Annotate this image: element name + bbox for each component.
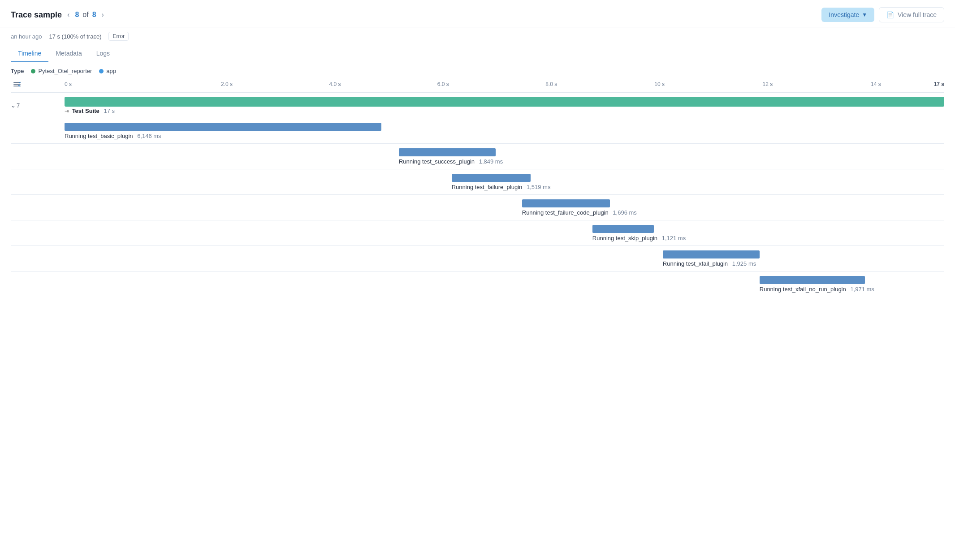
success-chart: Running test_success_plugin 1,849 ms [65,144,944,169]
failure-duration: 1,519 ms [527,184,550,190]
xfail-chart: Running test_xfail_plugin 1,925 ms [65,246,944,271]
suite-bar [65,97,944,107]
tabs: Timeline Metadata Logs [0,45,955,62]
tick-8s: 8.0 s [497,81,605,87]
pytest-dot [31,69,35,73]
skip-test-name: Running test_skip_plugin [592,235,657,241]
table-row: Running test_basic_plugin 6,146 ms [11,118,944,143]
doc-icon: 📄 [886,11,894,18]
table-row: Running test_failure_plugin 1,519 ms [11,169,944,194]
row-left-failure-code [11,206,65,209]
xfail-label: Running test_xfail_plugin 1,925 ms [65,260,944,267]
view-full-trace-label: View full trace [898,11,937,18]
tick-2s: 2.0 s [173,81,281,87]
route-icon: ⇥ [65,108,69,114]
legend-item-pytest: Pytest_Otel_reporter [31,68,92,74]
skip-label: Running test_skip_plugin 1,121 ms [65,235,944,241]
basic-duration: 6,146 ms [137,133,161,139]
tick-10s: 10 s [605,81,713,87]
row-left-xfail-no-run [11,282,65,286]
header-right: Investigate ▼ 📄 View full trace [821,7,944,22]
collapse-all-button[interactable] [11,78,23,90]
investigate-label: Investigate [829,11,859,18]
tick-6s: 6.0 s [389,81,497,87]
table-row: Running test_success_plugin 1,849 ms [11,143,944,169]
xfail-no-run-label: Running test_xfail_no_run_plugin 1,971 m… [65,286,944,293]
basic-label: Running test_basic_plugin 6,146 ms [65,133,944,139]
xfail-duration: 1,925 ms [732,260,756,267]
duration: 17 s (100% of trace) [49,33,101,40]
xfail-test-name: Running test_xfail_plugin [663,260,728,267]
success-duration: 1,849 ms [479,158,503,165]
investigate-button[interactable]: Investigate ▼ [821,8,874,22]
skip-bar [592,225,654,233]
failure-test-name: Running test_failure_plugin [452,184,523,190]
success-label: Running test_success_plugin 1,849 ms [65,158,944,165]
prev-nav-button[interactable]: ‹ [65,10,71,20]
failure-code-chart: Running test_failure_code_plugin 1,696 m… [65,195,944,220]
legend-app-label: app [106,68,116,74]
table-row: Running test_xfail_no_run_plugin 1,971 m… [11,271,944,297]
xfail-bar [663,250,760,258]
basic-test-name: Running test_basic_plugin [65,133,133,139]
xfail-no-run-duration: 1,971 ms [850,286,874,293]
skip-duration: 1,121 ms [662,235,686,241]
failure-label: Running test_failure_plugin 1,519 ms [65,184,944,190]
tab-timeline[interactable]: Timeline [11,45,48,62]
total-count[interactable]: 8 [92,11,96,19]
xfail-no-run-bar [760,276,865,284]
suite-duration: 17 s [104,108,115,114]
suite-name: Test Suite [72,108,99,114]
legend-pytest-label: Pytest_Otel_reporter [38,68,92,74]
skip-chart: Running test_skip_plugin 1,121 ms [65,220,944,246]
failure-code-bar [522,199,610,207]
page-title: Trace sample [11,10,62,20]
tick-4s: 4.0 s [281,81,389,87]
failure-code-duration: 1,696 ms [613,209,636,216]
failure-chart: Running test_failure_plugin 1,519 ms [65,169,944,194]
legend-item-app: app [99,68,116,74]
suite-chart: ⇥ Test Suite 17 s [65,93,944,118]
type-label: Type [11,68,24,74]
xfail-no-run-chart: Running test_xfail_no_run_plugin 1,971 m… [65,271,944,297]
tab-logs[interactable]: Logs [89,45,117,62]
next-nav-button[interactable]: › [100,10,106,20]
success-bar [399,148,496,156]
failure-bar [452,174,531,182]
tick-12s: 12 s [713,81,821,87]
row-count: 7 [17,102,20,109]
row-left-basic [11,129,65,133]
subheader: an hour ago 17 s (100% of trace) Error [0,27,955,45]
current-index[interactable]: 8 [75,11,79,19]
table-row: ⌄ 7 ⇥ Test Suite 17 s [11,92,944,118]
tick-0s: 0 s [65,81,173,87]
table-row: Running test_failure_code_plugin 1,696 m… [11,194,944,220]
status-badge: Error [108,32,129,41]
page-header: Trace sample ‹ 8 of 8 › Investigate ▼ 📄 … [0,0,955,27]
basic-bar [65,123,381,131]
timeline-container: 0 s 2.0 s 4.0 s 6.0 s 8.0 s 10 s 12 s 14… [0,76,955,297]
chevron-down-icon[interactable]: ⌄ [11,102,16,109]
view-full-trace-button[interactable]: 📄 View full trace [879,7,944,22]
table-row: Running test_xfail_plugin 1,925 ms [11,246,944,271]
of-label: of [82,11,88,19]
svg-rect-1 [13,84,21,85]
header-left: Trace sample ‹ 8 of 8 › [11,10,106,20]
row-left-failure [11,180,65,184]
row-left-skip [11,231,65,235]
tick-17s: 17 s [930,81,944,87]
row-left-xfail [11,257,65,260]
xfail-no-run-test-name: Running test_xfail_no_run_plugin [760,286,846,293]
suite-label: ⇥ Test Suite 17 s [65,108,944,114]
tick-14s: 14 s [822,81,930,87]
success-test-name: Running test_success_plugin [399,158,475,165]
type-legend: Type Pytest_Otel_reporter app [0,62,955,76]
table-row: Running test_skip_plugin 1,121 ms [11,220,944,246]
basic-chart: Running test_basic_plugin 6,146 ms [65,118,944,143]
tab-metadata[interactable]: Metadata [48,45,89,62]
failure-code-test-name: Running test_failure_code_plugin [522,209,609,216]
row-left-success [11,155,65,158]
chevron-down-icon: ▼ [862,12,867,18]
row-left-suite: ⌄ 7 [11,100,65,111]
app-dot [99,69,104,73]
